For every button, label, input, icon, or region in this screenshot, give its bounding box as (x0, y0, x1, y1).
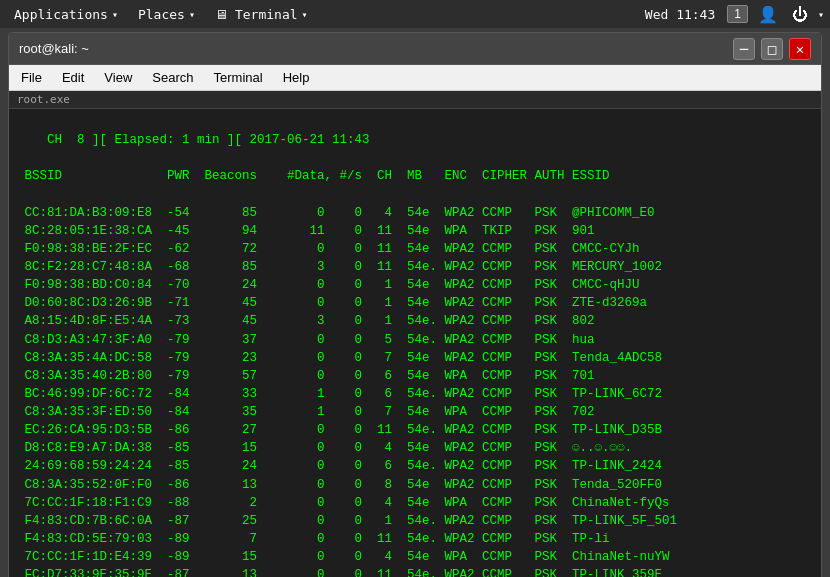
places-label: Places (138, 7, 185, 22)
applications-label: Applications (14, 7, 108, 22)
terminal-window: root@kali: ~ ─ □ ✕ File Edit View Search… (8, 32, 822, 577)
maximize-button[interactable]: □ (761, 38, 783, 60)
terminal-screen-icon: 🖥 (215, 7, 228, 22)
places-arrow-icon: ▾ (189, 9, 195, 20)
clock: Wed 11:43 (645, 7, 715, 22)
menu-bar: File Edit View Search Terminal Help (9, 65, 821, 91)
breadcrumb-text: root.exe (17, 93, 70, 106)
window-controls: ─ □ ✕ (733, 38, 811, 60)
terminal-label: Terminal (235, 7, 298, 22)
close-button[interactable]: ✕ (789, 38, 811, 60)
window-title: root@kali: ~ (19, 41, 89, 56)
minimize-button[interactable]: ─ (733, 38, 755, 60)
workspace-num-button[interactable]: 1 (727, 5, 748, 23)
terminal-menu[interactable]: 🖥 Terminal ▾ (207, 5, 316, 24)
taskbar-system-icons: 1 👤 ⏻ ▾ (727, 5, 824, 24)
terminal-titlebar: root@kali: ~ ─ □ ✕ (9, 33, 821, 65)
terminal-body[interactable]: CH 8 ][ Elapsed: 1 min ][ 2017-06-21 11:… (9, 109, 821, 577)
breadcrumb-bar: root.exe (9, 91, 821, 109)
menu-view[interactable]: View (100, 68, 136, 87)
power-arrow-icon: ▾ (818, 9, 824, 20)
applications-arrow-icon: ▾ (112, 9, 118, 20)
menu-search[interactable]: Search (148, 68, 197, 87)
applications-menu[interactable]: Applications ▾ (6, 5, 126, 24)
menu-edit[interactable]: Edit (58, 68, 88, 87)
terminal-arrow-icon: ▾ (302, 9, 308, 20)
places-menu[interactable]: Places ▾ (130, 5, 203, 24)
menu-file[interactable]: File (17, 68, 46, 87)
power-icon[interactable]: ⏻ (788, 5, 812, 24)
terminal-output: CH 8 ][ Elapsed: 1 min ][ 2017-06-21 11:… (17, 133, 677, 577)
user-icon[interactable]: 👤 (754, 5, 782, 24)
menu-terminal[interactable]: Terminal (210, 68, 267, 87)
taskbar: Applications ▾ Places ▾ 🖥 Terminal ▾ Wed… (0, 0, 830, 28)
menu-help[interactable]: Help (279, 68, 314, 87)
